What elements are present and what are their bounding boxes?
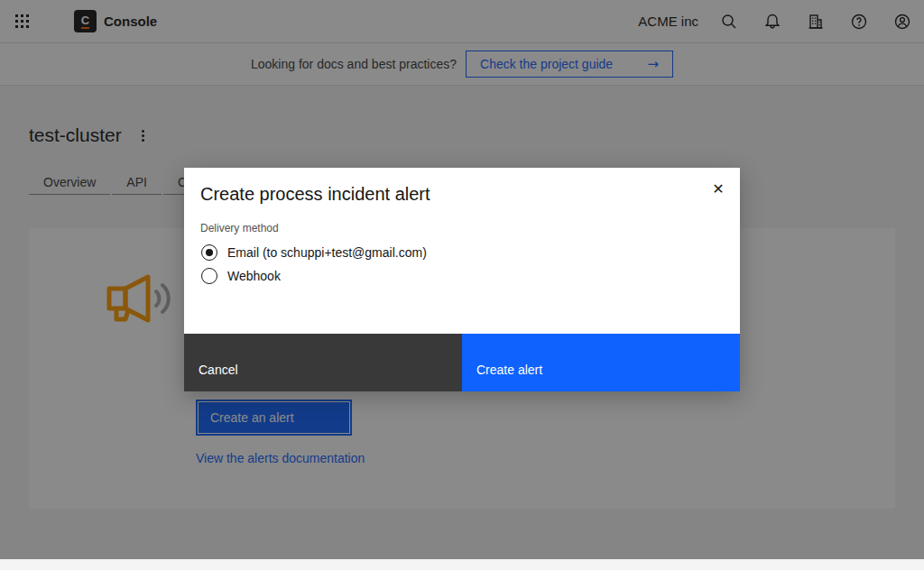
app-root: C Console ACME inc xyxy=(0,0,924,570)
modal-title: Create process incident alert xyxy=(200,184,430,205)
radio-button-icon xyxy=(201,244,217,261)
radio-button-icon xyxy=(201,268,217,284)
delivery-method-label: Delivery method xyxy=(200,222,279,234)
close-icon[interactable]: ✕ xyxy=(700,171,736,207)
create-alert-modal: Create process incident alert ✕ Delivery… xyxy=(184,168,740,391)
radio-option-webhook[interactable]: Webhook xyxy=(201,268,281,284)
radio-option-email[interactable]: Email (to schuppi+test@gmail.com) xyxy=(201,244,427,261)
create-alert-button[interactable]: Create alert xyxy=(462,334,740,391)
cancel-button[interactable]: Cancel xyxy=(184,334,462,391)
modal-footer: Cancel Create alert xyxy=(184,334,740,391)
